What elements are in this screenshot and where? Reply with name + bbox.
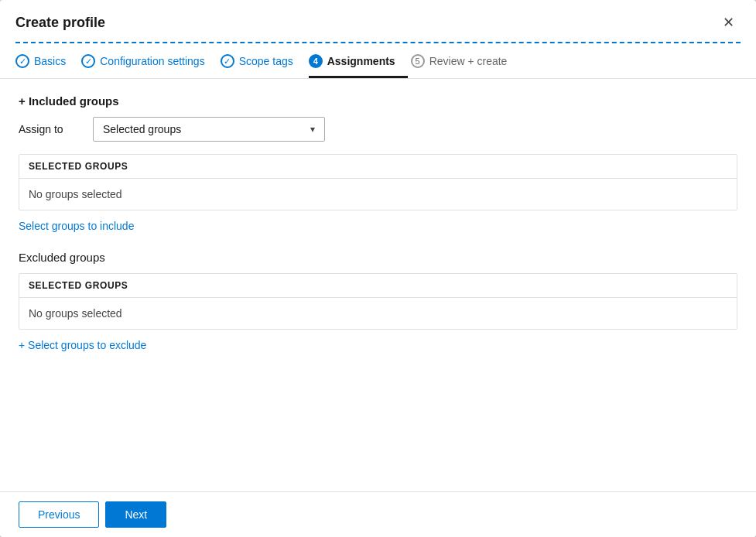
excluded-groups-table-header: SELECTED GROUPS: [19, 274, 737, 298]
included-groups-table-header: SELECTED GROUPS: [19, 155, 737, 179]
excluded-groups-empty-row: No groups selected: [19, 298, 737, 329]
dialog-title: Create profile: [15, 15, 105, 31]
excluded-groups-box: SELECTED GROUPS No groups selected: [19, 273, 737, 330]
excluded-groups-title: Excluded groups: [19, 251, 737, 264]
select-groups-exclude-link[interactable]: + Select groups to exclude: [19, 339, 146, 351]
dialog-header: Create profile ✕: [0, 0, 756, 42]
tab-assignments-label: Assignments: [327, 55, 395, 67]
included-groups-empty-row: No groups selected: [19, 179, 737, 210]
tab-assignments[interactable]: 4 Assignments: [309, 46, 408, 78]
configuration-check-icon: ✓: [81, 54, 95, 68]
progress-line: [15, 42, 741, 43]
scope-check-icon: ✓: [221, 54, 234, 68]
tab-review[interactable]: 5 Review + create: [411, 46, 520, 78]
tab-scope[interactable]: ✓ Scope tags: [221, 46, 306, 78]
assign-to-row: Assign to Selected groups ▾: [19, 117, 737, 142]
chevron-down-icon: ▾: [310, 124, 315, 135]
next-button[interactable]: Next: [105, 501, 166, 528]
previous-button[interactable]: Previous: [19, 501, 99, 528]
tab-basics-label: Basics: [34, 55, 66, 67]
main-content: + Included groups Assign to Selected gro…: [0, 79, 756, 491]
assignments-num-icon: 4: [309, 54, 323, 68]
select-groups-include-link[interactable]: Select groups to include: [19, 220, 134, 232]
tab-configuration[interactable]: ✓ Configuration settings: [81, 46, 217, 78]
close-button[interactable]: ✕: [717, 12, 741, 32]
assign-to-dropdown[interactable]: Selected groups ▾: [93, 117, 325, 142]
tab-configuration-label: Configuration settings: [100, 55, 204, 67]
review-num-icon: 5: [411, 54, 425, 68]
included-groups-box: SELECTED GROUPS No groups selected: [19, 154, 737, 210]
tab-review-label: Review + create: [429, 55, 508, 67]
create-profile-dialog: Create profile ✕ ✓ Basics ✓ Configuratio…: [0, 0, 756, 537]
included-groups-header: + Included groups: [19, 94, 737, 108]
tab-basics[interactable]: ✓ Basics: [15, 46, 78, 78]
tabs-bar: ✓ Basics ✓ Configuration settings ✓ Scop…: [0, 46, 756, 79]
dropdown-value: Selected groups: [103, 123, 181, 135]
dialog-footer: Previous Next: [0, 491, 756, 537]
assign-to-label: Assign to: [19, 123, 80, 135]
tab-scope-label: Scope tags: [239, 55, 293, 67]
basics-check-icon: ✓: [15, 54, 29, 68]
